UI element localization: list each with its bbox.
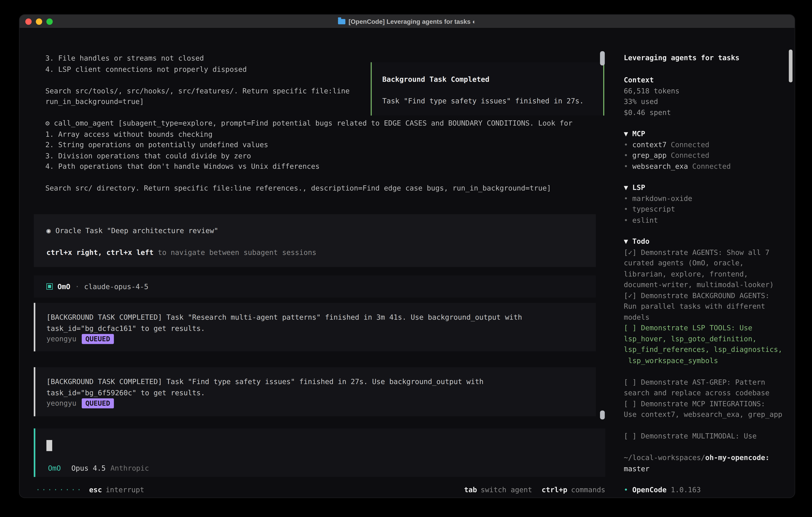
mcp-header[interactable]: ▼ MCP: [624, 128, 791, 139]
statusbar-left: ········escinterrupt: [36, 484, 144, 495]
agent-name: OmO: [58, 282, 70, 291]
status-badge: QUEUED: [82, 398, 114, 408]
oracle-task-panel: ◉Oracle Task "Deep architecture review" …: [34, 214, 596, 267]
message-text-line: task_id="bg_dcfac161" to get results.: [46, 323, 596, 333]
background-task-message-2: [BACKGROUND TASK COMPLETED] Task "Find t…: [34, 367, 596, 416]
toast-notification[interactable]: Background Task Completed Task "Find typ…: [371, 62, 604, 115]
agent-icon: [46, 283, 53, 290]
bullet-icon: •: [624, 485, 628, 494]
mcp-item: •websearch_exaConnected: [624, 161, 791, 171]
navigation-hint: ctrl+x right, ctrl+x left to navigate be…: [46, 247, 583, 258]
text-cursor: [46, 440, 52, 451]
mcp-status: Connected: [692, 162, 731, 170]
hint-text: to navigate between subagent sessions: [153, 248, 316, 256]
hint-keys: ctrl+x right, ctrl+x left: [46, 248, 153, 256]
context-spent: $0.46 spent: [624, 107, 791, 117]
mcp-name: grep_app: [632, 151, 667, 159]
bullet-icon: •: [624, 140, 628, 148]
app-name: OpenCode: [632, 485, 667, 494]
context-header: Context: [624, 74, 791, 85]
spinner-dots: ········: [36, 485, 83, 494]
mcp-name: context7: [632, 140, 667, 148]
workspace-path: ~/local-workspaces/oh-my-opencode: maste…: [624, 452, 791, 474]
lsp-header[interactable]: ▼ LSP: [624, 182, 791, 193]
titlebar[interactable]: [OpenCode] Leveraging agents for tasks ◐: [20, 15, 794, 29]
opencode-window: [OpenCode] Leveraging agents for tasks ◐…: [20, 15, 794, 498]
lsp-name: markdown-oxide: [632, 194, 692, 202]
lsp-name: eslint: [632, 216, 658, 224]
workspace-repo: oh-my-opencode:: [705, 453, 770, 462]
agent-session-header[interactable]: OmO · claude-opus-4-5: [34, 275, 596, 298]
title-wrap: [OpenCode] Leveraging agents for tasks ◐: [338, 18, 476, 25]
mcp-status: Connected: [671, 140, 709, 148]
ctrlp-key-hint: ctrl+p: [542, 485, 568, 494]
message-meta: yeongyu QUEUED: [46, 398, 596, 409]
lsp-section: ▼ LSP •markdown-oxide •typescript •eslin…: [624, 182, 791, 225]
mcp-item: •context7Connected: [624, 139, 791, 150]
ctrlp-key-label: commands: [571, 485, 605, 494]
oracle-task-title: Oracle Task "Deep architecture review": [55, 226, 218, 235]
desktop: [OpenCode] Leveraging agents for tasks ◐…: [0, 0, 812, 517]
fullscreen-button[interactable]: [46, 19, 53, 25]
message-text-line: task_id="bg_6f59260c" to get results.: [46, 387, 596, 398]
todo-item-done: [✓] Demonstrate AGENTS: Show all 7 curat…: [624, 247, 791, 290]
esc-key-label: interrupt: [106, 485, 144, 494]
folder-icon: [338, 19, 345, 24]
sidebar: Leveraging agents for tasks Context 66,5…: [615, 29, 794, 498]
todo-item-pending: [ ] Demonstrate MULTIMODAL: Use: [624, 430, 791, 441]
lsp-name: typescript: [632, 205, 675, 213]
prompt-input[interactable]: OmOOpus 4.5Anthropic: [34, 429, 605, 477]
spinner-icon: ◉: [46, 226, 51, 235]
bullet-icon: •: [624, 216, 628, 224]
window-content: 3. File handles or streams not closed 4.…: [20, 29, 794, 498]
statusbar-right: tabswitch agentctrl+pcommands: [464, 484, 605, 495]
toast-body: Task "Find type safety issues" finished …: [382, 96, 603, 106]
input-meta: OmOOpus 4.5Anthropic: [48, 462, 149, 473]
close-button[interactable]: [25, 19, 32, 25]
statusbar: ········escinterrupt tabswitch agentctrl…: [36, 484, 605, 495]
scrollbar-thumb-top[interactable]: [600, 51, 605, 65]
app-version: 1.0.163: [671, 485, 701, 494]
mcp-status: Connected: [671, 151, 709, 159]
workspace-dir: ~/local-workspaces/: [624, 453, 705, 462]
bullet-icon: •: [624, 205, 628, 213]
todo-item-active: [ ] Demonstrate LSP TOOLS: Use lsp_hover…: [624, 322, 791, 365]
mcp-item: •grep_appConnected: [624, 150, 791, 161]
todo-item-pending: [ ] Demonstrate AST-GREP: Pattern search…: [624, 377, 791, 398]
traffic-lights: [25, 19, 53, 25]
message-author: yeongyu: [46, 398, 76, 409]
message-text-line: [BACKGROUND TASK COMPLETED] Task "Find t…: [46, 376, 596, 387]
status-badge: QUEUED: [82, 334, 114, 344]
oracle-title-line: ◉Oracle Task "Deep architecture review": [46, 225, 583, 236]
minimize-button[interactable]: [36, 19, 42, 25]
window-title: [OpenCode] Leveraging agents for tasks ◐: [348, 18, 476, 25]
opencode-version-line: •OpenCode1.0.163: [624, 484, 791, 495]
mcp-name: websearch_exa: [632, 162, 688, 170]
separator-dot: ·: [75, 282, 79, 291]
context-used: 33% used: [624, 96, 791, 107]
toast-title: Background Task Completed: [382, 74, 603, 85]
todo-item-pending: [ ] Demonstrate MCP INTEGRATIONS: Use co…: [624, 398, 791, 419]
scrollbar-thumb-bottom[interactable]: [600, 410, 605, 419]
bullet-icon: •: [624, 151, 628, 159]
input-model-name[interactable]: Opus 4.5: [71, 463, 106, 472]
tab-key-label: switch agent: [481, 485, 532, 494]
input-provider-name: Anthropic: [111, 463, 149, 472]
bullet-icon: •: [624, 162, 628, 170]
sidebar-scrollbar-thumb[interactable]: [789, 50, 792, 82]
todo-item-done: [✓] Demonstrate BACKGROUND AGENTS: Run p…: [624, 290, 791, 322]
esc-key-hint: esc: [89, 485, 102, 494]
message-meta: yeongyu QUEUED: [46, 333, 596, 344]
todo-section: ▼ Todo [✓] Demonstrate AGENTS: Show all …: [624, 236, 791, 441]
context-tokens: 66,518 tokens: [624, 85, 791, 96]
todo-header[interactable]: ▼ Todo: [624, 236, 791, 247]
lsp-item: •typescript: [624, 204, 791, 215]
workspace-branch: master: [624, 464, 649, 472]
background-task-message-1: [BACKGROUND TASK COMPLETED] Task "Resear…: [34, 303, 596, 351]
bullet-icon: •: [624, 194, 628, 202]
input-agent-name[interactable]: OmO: [48, 463, 61, 472]
lsp-item: •eslint: [624, 215, 791, 225]
context-section: Context 66,518 tokens 33% used $0.46 spe…: [624, 74, 791, 117]
tab-key-hint: tab: [464, 485, 477, 494]
session-title: Leveraging agents for tasks: [624, 52, 740, 63]
